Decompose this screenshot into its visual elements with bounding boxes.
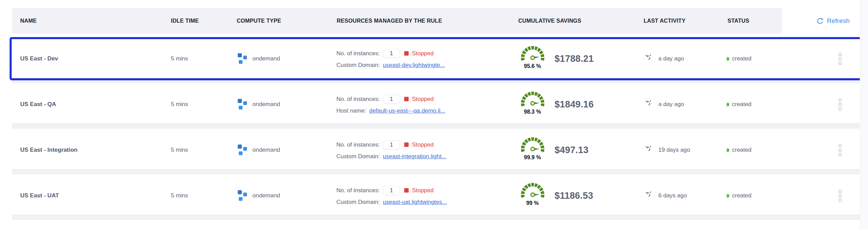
gauge-needle xyxy=(531,55,540,60)
row-separator xyxy=(12,78,860,85)
resource-label: Host name: xyxy=(336,107,366,114)
status-dot-icon xyxy=(727,57,729,61)
idle-time-value: 5 mins xyxy=(171,39,188,78)
stopped-state-icon xyxy=(404,142,409,147)
column-header-last-activity: LAST ACTIVITY xyxy=(644,8,685,34)
column-header-compute-type: COMPUTE TYPE xyxy=(237,8,281,34)
resources-managed-cell: No. of instances: 1 Stopped Custom Domai… xyxy=(336,131,446,169)
compute-type-icon xyxy=(237,99,248,110)
table-row[interactable]: US East - QA 5 mins ondemand No. of inst… xyxy=(12,85,860,124)
resource-line: Custom Domain: useast-integration.light.… xyxy=(336,153,446,160)
row-separator xyxy=(12,169,860,176)
compute-type-label: ondemand xyxy=(252,176,280,215)
status-text: created xyxy=(732,176,752,215)
last-activity-cell: a day ago xyxy=(646,39,684,78)
resource-label: Custom Domain: xyxy=(336,62,380,69)
compute-type-cell: ondemand xyxy=(237,131,280,169)
instances-line: No. of instances: 1 Stopped xyxy=(336,95,445,104)
refresh-label: Refresh xyxy=(827,17,850,25)
savings-amount: $1849.16 xyxy=(555,85,594,124)
savings-gauge: 95.6 % xyxy=(516,39,549,78)
resource-link[interactable]: default-us-east---qa.demo.li... xyxy=(369,107,445,114)
resource-label: Custom Domain: xyxy=(336,153,380,160)
compute-type-cell: ondemand xyxy=(237,176,280,215)
table-rows: US East - Dev 5 mins ondemand No. of ins… xyxy=(12,39,860,222)
last-activity-text: 19 days ago xyxy=(658,131,690,169)
instances-line: No. of instances: 1 Stopped xyxy=(336,186,447,195)
column-header-cumulative-savings: CUMULATIVE SAVINGS xyxy=(518,8,581,34)
stopped-state-icon xyxy=(404,51,409,56)
instance-state: Stopped xyxy=(412,187,434,194)
resource-line: Host name: default-us-east---qa.demo.li.… xyxy=(336,107,445,114)
instance-count-box: 1 xyxy=(383,95,400,104)
column-header-status: STATUS xyxy=(728,8,749,34)
resource-link[interactable]: useast-uat.lightwingtes... xyxy=(383,199,447,206)
last-activity-cell: 6 days ago xyxy=(646,176,687,215)
history-icon xyxy=(646,192,654,200)
resource-line: Custom Domain: useast-uat.lightwingtes..… xyxy=(336,199,447,206)
status-cell: created xyxy=(727,39,752,78)
instances-label: No. of instances: xyxy=(336,96,380,103)
status-dot-icon xyxy=(727,194,729,198)
status-text: created xyxy=(732,131,752,169)
last-activity-text: a day ago xyxy=(658,39,684,78)
instances-label: No. of instances: xyxy=(336,141,380,148)
compute-type-label: ondemand xyxy=(252,131,280,169)
resource-label: Custom Domain: xyxy=(336,199,380,206)
gauge-needle xyxy=(531,193,539,196)
savings-amount: $497.13 xyxy=(555,131,588,169)
savings-gauge: 98.3 % xyxy=(516,85,549,124)
compute-type-label: ondemand xyxy=(252,39,280,78)
history-icon xyxy=(646,55,654,63)
history-icon xyxy=(646,100,654,108)
row-menu-button[interactable] xyxy=(835,39,845,78)
compute-type-cell: ondemand xyxy=(237,39,280,78)
compute-type-cell: ondemand xyxy=(237,85,280,124)
status-dot-icon xyxy=(727,148,729,152)
savings-percent: 95.6 % xyxy=(516,63,549,69)
row-separator xyxy=(12,215,860,222)
stopped-state-icon xyxy=(404,97,409,101)
row-menu-button[interactable] xyxy=(835,131,845,169)
table-row[interactable]: US East - UAT 5 mins ondemand No. of ins… xyxy=(12,176,860,215)
savings-gauge-icon xyxy=(519,43,547,63)
last-activity-text: a day ago xyxy=(658,85,684,124)
instances-line: No. of instances: 1 Stopped xyxy=(336,49,445,58)
gauge-needle xyxy=(531,101,540,105)
status-cell: created xyxy=(727,176,752,215)
compute-type-icon xyxy=(237,190,248,202)
resource-link[interactable]: useast-dev.lightwingte... xyxy=(383,62,445,69)
row-menu-button[interactable] xyxy=(835,176,845,215)
idle-time-value: 5 mins xyxy=(171,176,188,215)
history-icon xyxy=(646,146,654,154)
last-activity-text: 6 days ago xyxy=(658,176,687,215)
status-cell: created xyxy=(727,131,752,169)
refresh-button[interactable]: Refresh xyxy=(816,8,850,34)
gauge-needle xyxy=(531,147,539,151)
resource-line: Custom Domain: useast-dev.lightwingte... xyxy=(336,62,445,69)
resource-link[interactable]: useast-integration.light... xyxy=(383,153,446,160)
table-row[interactable]: US East - Integration 5 mins ondemand No… xyxy=(12,131,860,169)
savings-amount: $1788.21 xyxy=(555,39,594,78)
rule-name: US East - Dev xyxy=(20,39,58,78)
savings-gauge-icon xyxy=(519,180,547,200)
last-activity-cell: 19 days ago xyxy=(646,131,690,169)
column-header-resources: RESOURCES MANAGED BY THE RULE xyxy=(337,8,442,34)
savings-gauge-icon xyxy=(519,89,547,108)
savings-percent: 99.9 % xyxy=(516,154,549,161)
savings-gauge-icon xyxy=(519,135,547,154)
savings-percent: 98.3 % xyxy=(516,109,549,115)
column-header-name: NAME xyxy=(20,8,37,34)
status-text: created xyxy=(732,85,752,124)
row-menu-button[interactable] xyxy=(835,85,845,124)
rule-name: US East - Integration xyxy=(20,131,77,169)
instance-count-box: 1 xyxy=(383,186,400,195)
table-header: NAME IDLE TIME COMPUTE TYPE RESOURCES MA… xyxy=(12,8,860,34)
instances-label: No. of instances: xyxy=(336,50,380,57)
stopped-state-icon xyxy=(404,188,409,193)
page-right-margin xyxy=(860,0,868,230)
table-row[interactable]: US East - Dev 5 mins ondemand No. of ins… xyxy=(12,39,860,78)
compute-type-label: ondemand xyxy=(252,85,280,124)
instance-state: Stopped xyxy=(412,96,434,103)
resources-managed-cell: No. of instances: 1 Stopped Custom Domai… xyxy=(336,176,447,215)
